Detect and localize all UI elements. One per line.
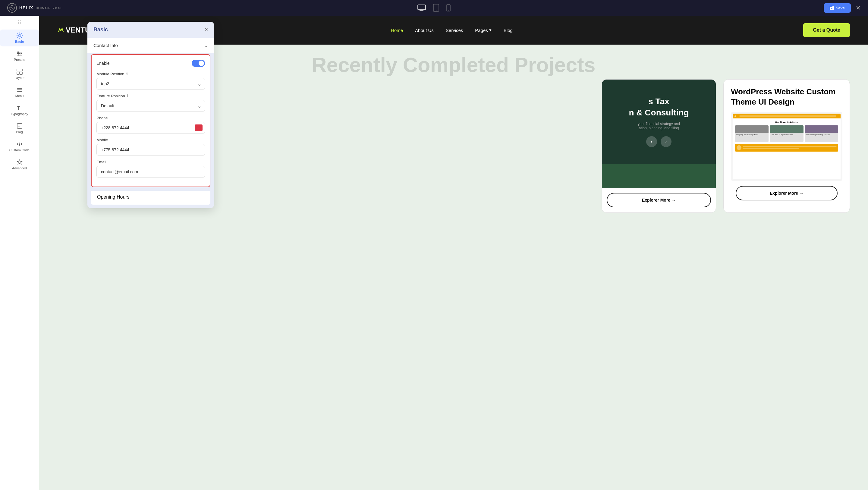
- svg-rect-16: [17, 72, 19, 74]
- svg-rect-20: [17, 91, 22, 92]
- sidebar-item-layout[interactable]: Layout: [0, 66, 39, 83]
- right-project-card: WordPress Website Custom Theme UI Design…: [723, 79, 850, 213]
- left-project-card: s Taxn & Consulting your financial strat…: [601, 79, 716, 213]
- contact-info-accordion[interactable]: Contact Info ⌄: [87, 38, 214, 53]
- presets-icon: [17, 51, 23, 57]
- top-bar: HELIX ULTIMATE 2.0.18 Save ✕: [0, 0, 868, 16]
- main-layout: ⠿ Basic Presets: [0, 16, 868, 490]
- get-quote-button[interactable]: Get a Quote: [803, 23, 850, 37]
- content-area: VENTURE Home About Us Services Pages ▾ B…: [39, 16, 868, 490]
- advanced-icon: [17, 159, 23, 165]
- pages-chevron-icon: ▾: [489, 27, 492, 33]
- right-card-title: WordPress Website Custom Theme UI Design: [731, 87, 842, 107]
- website-preview: VENTURE Home About Us Services Pages ▾ B…: [39, 16, 868, 490]
- blog-icon: [17, 123, 23, 129]
- left-card-heading: s Taxn & Consulting: [629, 96, 689, 118]
- sidebar-drag-handle: ⠿: [18, 19, 22, 26]
- explore-more-button-left[interactable]: Explorer More →: [607, 193, 711, 207]
- sidebar-item-advanced[interactable]: Advanced: [0, 156, 39, 173]
- save-button[interactable]: Save: [824, 3, 851, 13]
- helix-logo-text: HELIX: [19, 5, 33, 10]
- left-card-image-bottom: [602, 164, 716, 188]
- svg-line-26: [19, 142, 20, 146]
- enable-toggle[interactable]: [192, 60, 205, 67]
- typography-icon: T: [17, 105, 23, 111]
- svg-rect-19: [17, 90, 22, 90]
- menu-icon: [17, 87, 23, 93]
- svg-point-14: [18, 55, 19, 56]
- panel-close-button[interactable]: ×: [205, 27, 208, 33]
- svg-rect-23: [18, 125, 21, 125]
- sidebar-item-menu[interactable]: Menu: [0, 84, 39, 101]
- svg-rect-24: [18, 126, 21, 126]
- device-switcher: [417, 4, 451, 12]
- panel-header: Basic ×: [87, 22, 214, 38]
- mini-preview: Our News & Articles Navigating The Marke…: [731, 112, 842, 181]
- svg-point-7: [448, 10, 449, 10]
- nav-blog[interactable]: Blog: [504, 28, 513, 33]
- left-card-sub: your financial strategy andation, planni…: [638, 122, 680, 130]
- basic-icon: [17, 33, 23, 38]
- svg-rect-1: [418, 5, 426, 10]
- helix-version: 2.0.18: [53, 7, 61, 10]
- sidebar-item-basic[interactable]: Basic: [0, 30, 39, 47]
- module-position-label: Module Position ℹ: [96, 72, 205, 76]
- top-bar-right: Save ✕: [824, 3, 861, 13]
- cards-row: s Taxn & Consulting your financial strat…: [39, 76, 868, 216]
- svg-rect-17: [20, 72, 22, 74]
- nav-pages[interactable]: Pages ▾: [475, 27, 492, 33]
- nav-home[interactable]: Home: [391, 28, 403, 33]
- enable-label: Enable: [96, 61, 110, 66]
- svg-rect-15: [17, 69, 22, 71]
- svg-rect-11: [17, 55, 22, 56]
- sidebar-menu-label: Menu: [16, 94, 24, 98]
- helix-logo-icon: [7, 3, 17, 13]
- sidebar-basic-label: Basic: [15, 40, 24, 43]
- svg-marker-27: [17, 160, 22, 164]
- topbar-close-icon[interactable]: ✕: [856, 4, 861, 11]
- top-bar-left: HELIX ULTIMATE 2.0.18: [7, 3, 61, 13]
- svg-text:T: T: [17, 105, 20, 111]
- save-icon: [830, 6, 834, 10]
- venture-logo-icon: [57, 27, 64, 34]
- sidebar-item-presets[interactable]: Presets: [0, 48, 39, 64]
- sidebar-item-custom-code[interactable]: Custom Code: [0, 138, 39, 155]
- preview-nav: Home About Us Services Pages ▾ Blog: [391, 27, 513, 33]
- layout-icon: [17, 69, 23, 75]
- custom-code-icon: [17, 141, 23, 147]
- nav-services[interactable]: Services: [446, 28, 463, 33]
- svg-rect-25: [18, 127, 20, 127]
- monitor-icon[interactable]: [417, 4, 426, 11]
- panel-title: Basic: [93, 27, 108, 33]
- sidebar: ⠿ Basic Presets: [0, 16, 39, 490]
- contact-info-chevron-icon: ⌄: [204, 42, 208, 48]
- nav-about[interactable]: About Us: [415, 28, 434, 33]
- card-prev-arrow[interactable]: ‹: [646, 136, 657, 147]
- svg-point-13: [20, 53, 21, 54]
- explore-more-button-right[interactable]: Explorer More →: [736, 186, 838, 201]
- card-next-arrow[interactable]: ›: [661, 136, 672, 147]
- sidebar-item-blog[interactable]: Blog: [0, 120, 39, 137]
- sidebar-blog-label: Blog: [16, 130, 23, 134]
- sidebar-typography-label: Typography: [11, 112, 28, 116]
- sidebar-item-typography[interactable]: T Typography: [0, 102, 39, 119]
- helix-logo-sub: ULTIMATE: [36, 7, 50, 10]
- svg-rect-2: [420, 10, 423, 10]
- sidebar-custom-code-label: Custom Code: [9, 148, 30, 152]
- helix-logo: HELIX ULTIMATE 2.0.18: [7, 3, 61, 13]
- mobile-icon[interactable]: [446, 4, 451, 11]
- sidebar-layout-label: Layout: [14, 76, 24, 80]
- svg-rect-3: [419, 10, 424, 11]
- module-position-info-icon[interactable]: ℹ: [126, 72, 128, 76]
- card-nav-arrows: ‹ ›: [646, 136, 672, 147]
- sidebar-presets-label: Presets: [14, 58, 25, 61]
- enable-row: Enable: [96, 60, 205, 67]
- svg-point-8: [19, 34, 21, 37]
- svg-rect-18: [17, 88, 22, 89]
- contact-info-label: Contact Info: [93, 43, 118, 48]
- left-card-image: s Taxn & Consulting your financial strat…: [602, 80, 716, 164]
- mini-news-title: Our News & Articles: [735, 121, 838, 124]
- tablet-icon[interactable]: [433, 4, 439, 12]
- sidebar-advanced-label: Advanced: [12, 166, 27, 170]
- svg-point-5: [436, 10, 436, 11]
